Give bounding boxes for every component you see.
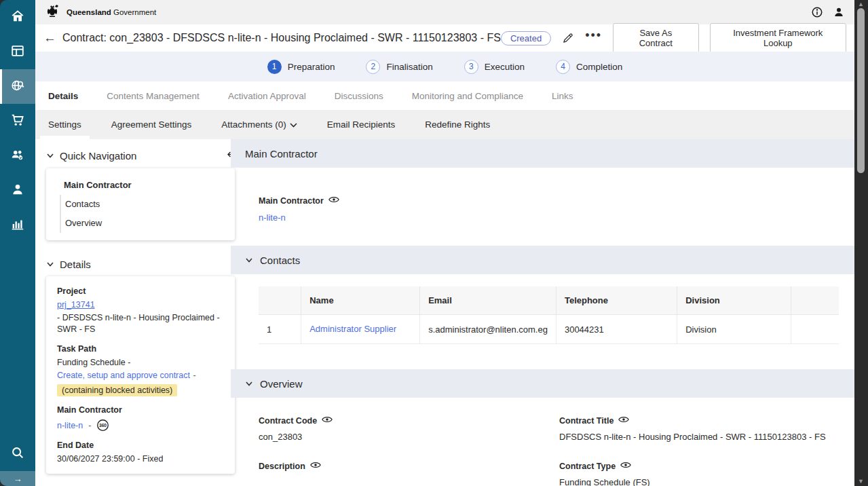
eye-icon[interactable] bbox=[322, 414, 333, 427]
chevron-down-icon bbox=[290, 121, 297, 129]
details-panel-header[interactable]: Details bbox=[46, 249, 235, 276]
eye-icon[interactable] bbox=[310, 460, 321, 472]
cell-email: s.administrator@nliten.com.eg bbox=[420, 315, 556, 344]
queensland-coat-of-arms-icon bbox=[45, 3, 62, 22]
main-contractor-field-label: Main Contractor bbox=[259, 194, 854, 207]
quick-nav-item-overview[interactable]: Overview bbox=[46, 214, 235, 233]
tab-monitoring-and-compliance[interactable]: Monitoring and Compliance bbox=[412, 91, 523, 101]
end-date-label: End Date bbox=[57, 439, 224, 452]
subtab-label: Email Recipients bbox=[327, 119, 396, 130]
scrollbar-thumb[interactable] bbox=[857, 8, 865, 173]
bar-chart-icon bbox=[10, 217, 25, 234]
step-completion[interactable]: 4 Completion bbox=[556, 60, 622, 74]
step-label: Completion bbox=[576, 62, 622, 72]
column-header-name: Name bbox=[301, 286, 420, 315]
sidebar-expand-button[interactable]: → bbox=[0, 471, 35, 486]
quick-navigation-header[interactable]: Quick Navigation bbox=[46, 139, 235, 168]
view-360-icon[interactable]: 360 bbox=[96, 419, 109, 432]
cell-division: Division bbox=[677, 315, 791, 344]
section-header-overview[interactable]: Overview bbox=[231, 369, 854, 398]
sidebar-item-search[interactable] bbox=[0, 436, 35, 471]
project-link[interactable]: prj_13741 bbox=[57, 300, 95, 310]
step-finalisation[interactable]: 2 Finalisation bbox=[366, 60, 432, 74]
contacts-header-row: Name Email Telephone Division bbox=[259, 286, 839, 315]
sidebar-item-suppliers[interactable] bbox=[0, 138, 35, 173]
subtab-redefine-rights[interactable]: Redefine Rights bbox=[425, 110, 490, 139]
step-label: Finalisation bbox=[386, 62, 432, 72]
main-contractor-label: Main Contractor bbox=[57, 404, 224, 417]
cell-index: 1 bbox=[259, 315, 301, 344]
quick-navigation-card: Main Contractor Contacts Overview bbox=[46, 168, 235, 240]
person-icon bbox=[10, 182, 25, 200]
sidebar-item-procurement[interactable] bbox=[0, 104, 35, 138]
tab-activation-approval[interactable]: Activation Approval bbox=[228, 91, 306, 101]
field-label-text: Contract Code bbox=[259, 416, 317, 426]
task-path-link[interactable]: Create, setup and approve contract bbox=[57, 371, 190, 380]
section-title: Contacts bbox=[260, 255, 300, 266]
home-icon bbox=[10, 9, 25, 26]
save-as-contract-button[interactable]: Save As Contract bbox=[613, 23, 699, 53]
details-panel-title: Details bbox=[60, 259, 91, 270]
subtab-agreement-settings[interactable]: Agreement Settings bbox=[111, 110, 192, 139]
user-account-icon[interactable] bbox=[833, 6, 845, 18]
contract-title-field: Contract Title DFSDSCS n-lite-n - Housin… bbox=[559, 414, 854, 442]
sidebar-item-contracts[interactable] bbox=[0, 69, 35, 104]
subtab-email-recipients[interactable]: Email Recipients bbox=[327, 110, 396, 139]
content-column: Queensland Government ← Contract: con_23… bbox=[35, 0, 854, 486]
eye-icon[interactable] bbox=[328, 194, 339, 207]
quick-nav-item-main-contractor[interactable]: Main Contractor bbox=[46, 176, 235, 195]
main-contractor-value-link[interactable]: n-lite-n bbox=[259, 212, 286, 223]
sidebar-item-dashboard[interactable] bbox=[0, 35, 35, 69]
contact-name-link[interactable]: Administrator Supplier bbox=[309, 324, 396, 334]
eye-icon[interactable] bbox=[618, 414, 629, 427]
subtab-attachments[interactable]: Attachments (0) bbox=[221, 110, 297, 139]
app-window: → ▲ ▼ Queensland Government ← Contract: … bbox=[0, 0, 868, 486]
field-label-text: Contract Type bbox=[559, 462, 616, 471]
contract-code-field: Contract Code con_23803 bbox=[259, 414, 559, 442]
field-label-text: Description bbox=[259, 462, 305, 471]
tab-discussions[interactable]: Discussions bbox=[335, 91, 383, 101]
info-icon[interactable] bbox=[811, 6, 823, 18]
sidebar-item-reports[interactable] bbox=[0, 208, 35, 242]
section-header-contacts[interactable]: Contacts bbox=[231, 246, 854, 274]
tab-links[interactable]: Links bbox=[552, 91, 573, 101]
eye-icon[interactable] bbox=[620, 460, 631, 472]
subtab-label: Settings bbox=[48, 119, 81, 130]
subtab-settings[interactable]: Settings bbox=[48, 110, 81, 139]
tab-details[interactable]: Details bbox=[48, 91, 78, 101]
section-title: Overview bbox=[260, 378, 303, 390]
cell-actions bbox=[791, 315, 839, 344]
step-execution[interactable]: 3 Execution bbox=[464, 60, 525, 74]
contract-title-value: DFSDSCS n-lite-n - Housing Proclaimed - … bbox=[559, 432, 854, 442]
arrow-right-icon: → bbox=[14, 474, 22, 484]
column-header-division: Division bbox=[677, 286, 791, 315]
sidebar-item-home[interactable] bbox=[0, 0, 35, 35]
quick-navigation-title: Quick Navigation bbox=[60, 150, 136, 162]
quick-nav-item-contacts[interactable]: Contacts bbox=[46, 195, 235, 214]
main-contractor-link[interactable]: n-lite-n bbox=[57, 419, 83, 432]
scrollbar-up-arrow-icon[interactable]: ▲ bbox=[857, 1, 865, 7]
brand: Queensland Government bbox=[45, 3, 156, 22]
column-header-index bbox=[259, 286, 301, 315]
column-header-telephone: Telephone bbox=[556, 286, 677, 315]
chevron-down-icon bbox=[245, 378, 253, 390]
tab-contents-management[interactable]: Contents Management bbox=[107, 91, 200, 101]
more-options-icon[interactable]: ••• bbox=[585, 32, 602, 44]
investment-framework-lookup-button[interactable]: Investment Framework Lookup bbox=[710, 23, 846, 53]
workflow-steps-bar: 1 Preparation 2 Finalisation 3 Execution… bbox=[35, 52, 854, 81]
sub-tabs: Settings Agreement Settings Attachments … bbox=[35, 110, 854, 139]
blocked-activities-warning: (containing blocked activities) bbox=[57, 384, 177, 396]
main-tabs: Details Contents Management Activation A… bbox=[35, 81, 854, 110]
sidebar-item-users[interactable] bbox=[0, 173, 35, 208]
scrollbar-down-arrow-icon[interactable]: ▼ bbox=[857, 479, 865, 484]
status-badge: Created bbox=[501, 31, 551, 45]
section-header-main-contractor: Main Contractor bbox=[231, 139, 854, 168]
edit-pencil-icon[interactable] bbox=[562, 32, 574, 44]
step-preparation[interactable]: 1 Preparation bbox=[267, 60, 335, 74]
subtab-label: Redefine Rights bbox=[425, 119, 490, 130]
subtab-label: Attachments (0) bbox=[221, 119, 286, 130]
back-arrow-icon[interactable]: ← bbox=[43, 31, 62, 45]
main-contractor-block: Main Contractor n-lite-n bbox=[231, 168, 854, 246]
contacts-table: Name Email Telephone Division 1 Administ… bbox=[259, 286, 839, 344]
vertical-scrollbar[interactable]: ▲ ▼ bbox=[854, 0, 868, 486]
